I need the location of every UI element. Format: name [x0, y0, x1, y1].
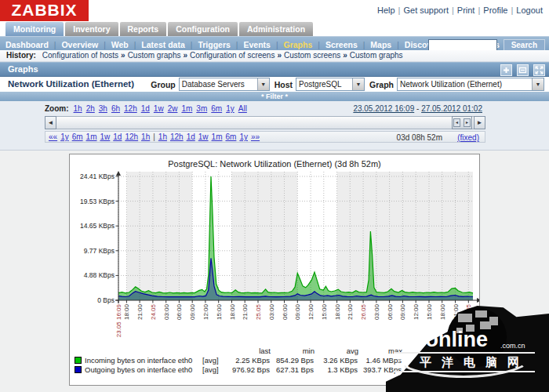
nav-far-right[interactable]: »» — [251, 132, 260, 141]
zoom-link-12h[interactable]: 12h — [124, 104, 137, 113]
zoom-link-all[interactable]: All — [238, 104, 247, 113]
separator: | — [478, 5, 480, 15]
nav-forward-1m[interactable]: 1m — [212, 132, 223, 141]
filter-toggle-bar[interactable]: * Filter * — [0, 92, 549, 101]
legend-agg-incoming: [avg] — [202, 356, 231, 365]
zoom-link-1w[interactable]: 1w — [154, 104, 164, 113]
time-scrollbar-handle[interactable]: ◂ ▸ — [452, 116, 472, 129]
nav-back-1d[interactable]: 1d — [113, 132, 122, 141]
section-icons — [498, 64, 545, 77]
x-tick-label: 12:00 — [307, 303, 314, 320]
tab-inventory[interactable]: Inventory — [65, 22, 118, 37]
nav-back-1y[interactable]: 1y — [60, 132, 69, 141]
nav-forward-12h[interactable]: 12h — [170, 132, 184, 141]
zoom-link-1d[interactable]: 1d — [141, 104, 150, 113]
legend-swatch-outgoing — [75, 366, 82, 373]
reset-zoom-icon[interactable] — [517, 64, 529, 76]
x-tick-label: 03:00 — [268, 303, 275, 320]
separator: » — [121, 51, 125, 60]
filter-toggle-label[interactable]: * Filter * — [261, 93, 288, 100]
network-graph-svg: 23.05 16:0918:0021:0024.0503:0006:0009:0… — [70, 170, 479, 341]
fixed-link[interactable]: (fixed) — [457, 132, 479, 143]
date-to-link[interactable]: 27.05.2012 01:02 — [421, 104, 482, 113]
legend-row: Outgoing bytes on interface eth0[avg]976… — [70, 365, 479, 375]
zoom-link-1m[interactable]: 1m — [181, 104, 192, 113]
content-area: PostgreSQL: Network Utilization (Etherne… — [0, 151, 549, 392]
header-link-print[interactable]: Print — [457, 5, 475, 15]
nav-back-6m[interactable]: 6m — [72, 132, 83, 141]
x-tick-label: 15:00 — [321, 303, 328, 320]
zabbix-page: ZABBIX Help|Get support|Print|Profile|Lo… — [0, 0, 549, 392]
date-from-link[interactable]: 23.05.2012 16:09 — [353, 104, 414, 113]
x-tick-label: 18:00 — [229, 303, 236, 320]
group-select[interactable]: Database Servers▼ — [179, 78, 270, 91]
nav-far-left[interactable]: «« — [49, 132, 57, 141]
x-tick-label: 06:00 — [282, 303, 289, 320]
fullscreen-icon[interactable] — [533, 64, 545, 76]
legend-avg-incoming: 3.26 KBps — [314, 356, 358, 365]
history-link-configuration-of-hosts[interactable]: Configuration of hosts — [42, 51, 118, 60]
handle-left-grip[interactable]: ◂ — [453, 118, 460, 127]
dropdown-arrow-icon[interactable]: ▼ — [532, 78, 544, 90]
header-link-help[interactable]: Help — [377, 5, 395, 15]
legend-max-outgoing: 393.7 KBps — [358, 365, 402, 375]
separator: | — [511, 5, 513, 15]
header-link-get-support[interactable]: Get support — [403, 5, 448, 15]
nav-forward-1w[interactable]: 1w — [198, 132, 209, 141]
x-axis-arrow — [477, 298, 479, 303]
history-link-custom-screens[interactable]: Custom screens — [284, 51, 340, 60]
zoom-link-6h[interactable]: 6h — [111, 104, 120, 113]
date-separator: - — [416, 104, 419, 113]
handle-right-grip[interactable]: ▸ — [464, 118, 471, 127]
nav-back-1w[interactable]: 1w — [100, 132, 111, 141]
header-link-profile[interactable]: Profile — [483, 5, 507, 15]
nav-back-1m[interactable]: 1m — [86, 132, 97, 141]
dropdown-arrow-icon[interactable]: ▼ — [352, 78, 364, 90]
x-tick-label: 21:00 — [347, 303, 354, 320]
history-links: Configuration of hosts»Custom graphs»Con… — [42, 51, 403, 60]
x-tick-label: 27.05 — [465, 303, 472, 320]
page-title: Network Utilization (Ethernet) — [8, 79, 134, 89]
zoom-link-6m[interactable]: 6m — [211, 104, 222, 113]
x-tick-label: 24.05 — [150, 303, 157, 320]
nav-back-12h[interactable]: 12h — [125, 132, 138, 141]
header-link-logout[interactable]: Logout — [516, 5, 543, 15]
nav-forward-1h[interactable]: 1h — [158, 132, 167, 141]
time-scrollbar-track[interactable] — [45, 116, 485, 129]
scroll-left-button[interactable]: ◄ — [45, 116, 56, 129]
tab-administration[interactable]: Administration — [239, 22, 313, 37]
legend-header-avg: avg — [314, 347, 358, 356]
dropdown-arrow-icon[interactable]: ▼ — [257, 78, 269, 90]
tab-reports[interactable]: Reports — [120, 22, 167, 37]
zoom-link-2w[interactable]: 2w — [168, 104, 178, 113]
history-link-custom-graphs[interactable]: Custom graphs — [128, 51, 181, 60]
chart-title: PostgreSQL: Network Utilization (Etherne… — [70, 159, 479, 169]
zoom-link-3h[interactable]: 3h — [99, 104, 107, 113]
history-link-configuration-of-screens[interactable]: Configuration of screens — [190, 51, 274, 60]
nav-forward-6m[interactable]: 6m — [225, 132, 236, 141]
zoom-link-2h[interactable]: 2h — [86, 104, 95, 113]
nav-back-1h[interactable]: 1h — [141, 132, 150, 141]
tab-monitoring[interactable]: Monitoring — [5, 22, 64, 37]
add-graph-icon[interactable] — [500, 64, 512, 76]
scroll-right-button[interactable]: ► — [474, 116, 485, 129]
zoom-link-3m[interactable]: 3m — [196, 104, 207, 113]
x-tick-label: 21:00 — [453, 303, 460, 320]
x-tick-label: 21:00 — [136, 303, 144, 320]
tab-configuration[interactable]: Configuration — [168, 22, 238, 37]
x-tick-label: 06:00 — [176, 303, 183, 320]
host-select[interactable]: PostgreSQL▼ — [296, 78, 365, 91]
nav-forward-1d[interactable]: 1d — [187, 132, 195, 141]
x-tick-label: 26.05 — [360, 303, 367, 320]
legend-header-min: min — [271, 347, 314, 356]
graph-select[interactable]: Network Utilization (Ethernet)▼ — [397, 78, 544, 91]
zoom-link-1h[interactable]: 1h — [74, 104, 82, 113]
separator: » — [343, 51, 347, 60]
main-menu-tabs: MonitoringInventoryReportsConfigurationA… — [0, 21, 549, 36]
nav-forward-1y[interactable]: 1y — [239, 132, 248, 141]
section-title: Graphs — [8, 64, 38, 74]
zoom-link-1y[interactable]: 1y — [226, 104, 235, 113]
legend-last-outgoing: 976.92 Bps — [231, 365, 270, 375]
legend-row: Incoming bytes on interface eth0[avg]2.2… — [70, 356, 479, 365]
history-link-custom-graphs[interactable]: Custom graphs — [350, 51, 403, 60]
